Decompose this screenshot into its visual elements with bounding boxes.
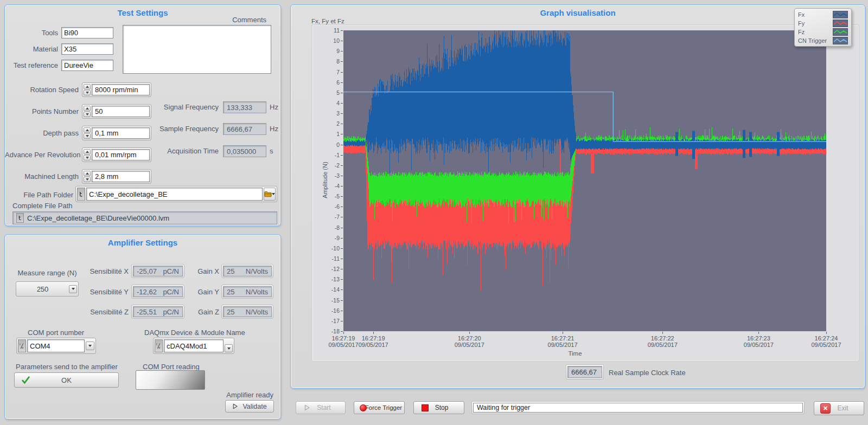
legend-row[interactable]: Fx	[798, 11, 848, 18]
exit-button[interactable]: ✕ Exit	[814, 401, 864, 415]
y-tick-mark	[341, 269, 343, 269]
y-tick-mark	[341, 311, 343, 311]
legend-swatch[interactable]	[833, 11, 848, 18]
x-tick-label: 16:27:2009/05/2017	[445, 335, 494, 348]
test-reference-input[interactable]	[61, 60, 113, 71]
sensibilite-y-unit: pC/N	[163, 288, 179, 296]
y-tick-mark	[341, 113, 343, 114]
advance-per-revolution-spinner	[84, 149, 91, 160]
legend-row[interactable]: CN Trigger	[798, 37, 848, 44]
amplifier-settings-title: Amplifier Settings	[5, 238, 280, 247]
complete-file-path-label: Complete File Path	[12, 202, 73, 210]
legend-row[interactable]: Fz	[798, 28, 848, 35]
test-reference-label: Test reference	[5, 61, 58, 69]
y-tick-label: 7	[319, 69, 340, 75]
rotation-speed-control	[82, 82, 151, 97]
gain-y-unit: N/Volts	[246, 288, 268, 296]
x-tick-label: 16:27:2209/05/2017	[638, 335, 687, 348]
increment-icon[interactable]	[84, 84, 91, 89]
signal-frequency-label: Signal Frequency	[138, 103, 219, 111]
chevron-down-icon[interactable]	[86, 342, 94, 350]
force-trigger-button[interactable]: Force Trigger	[354, 401, 405, 414]
rotation-speed-label: Rotation Speed	[5, 86, 79, 94]
y-tick-mark	[341, 186, 343, 186]
increment-icon[interactable]	[84, 127, 91, 133]
decrement-icon[interactable]	[84, 90, 91, 95]
x-tick-label: 16:27:2109/05/2017	[538, 335, 587, 348]
y-tick-mark	[341, 331, 343, 332]
amplifier-settings-panel: Amplifier Settings Measure range (N) 250…	[4, 234, 281, 420]
status-frame: Waiting for trigger	[471, 401, 805, 414]
sample-frequency-value: 6666,67	[223, 123, 266, 135]
stop-square-icon	[422, 404, 429, 411]
gain-y-box: 25N/Volts	[221, 285, 273, 299]
sensibilite-z-box: -25,51pC/N	[131, 305, 184, 319]
increment-icon[interactable]	[84, 149, 91, 154]
com-port-combo[interactable]: Io	[16, 338, 96, 354]
acquisition-time-unit: s	[270, 147, 273, 155]
gain-y-value: 25	[227, 288, 234, 296]
increment-icon[interactable]	[84, 106, 91, 111]
measure-range-combo[interactable]: 250	[16, 281, 79, 297]
status-text: Waiting for trigger	[473, 403, 803, 413]
y-tick-label: -10	[319, 245, 340, 252]
legend-swatch[interactable]	[833, 20, 848, 27]
validate-button-label: Validate	[242, 403, 266, 410]
y-tick-mark	[341, 248, 343, 249]
decrement-icon[interactable]	[84, 177, 91, 182]
x-tick-label: 16:27:1909/05/2017	[349, 335, 398, 348]
start-button[interactable]: Start	[296, 401, 346, 414]
legend-row[interactable]: Fy	[798, 20, 848, 27]
sensibilite-z-value: -25,51	[137, 308, 157, 316]
y-tick-mark	[341, 238, 343, 239]
y-tick-label: -9	[319, 235, 340, 241]
sample-clock-label: Real Sample Clock Rate	[609, 369, 686, 377]
material-label: Material	[5, 45, 58, 53]
x-tick-mark	[662, 332, 663, 334]
legend-swatch[interactable]	[833, 37, 848, 44]
y-tick-label: 0	[319, 141, 340, 148]
increment-icon[interactable]	[84, 171, 91, 176]
validate-button[interactable]: Validate	[225, 400, 274, 413]
machined-length-input[interactable]	[92, 171, 150, 182]
svg-text:I: I	[156, 343, 157, 346]
machined-length-spinner	[84, 171, 91, 182]
depth-pass-spinner	[84, 127, 91, 139]
params-sent-ok-button[interactable]: OK	[14, 372, 119, 388]
x-tick-mark	[343, 332, 344, 334]
chevron-down-icon[interactable]	[225, 344, 233, 352]
stop-button[interactable]: Stop	[413, 401, 464, 414]
y-tick-mark	[341, 145, 343, 145]
daqmx-input[interactable]	[164, 339, 224, 352]
y-axis-label: Amplitude (N)	[322, 150, 328, 210]
gain-x-label: Gain X	[178, 267, 219, 275]
y-tick-label: 8	[319, 58, 340, 65]
file-path-folder-label: File Path Folder	[5, 191, 73, 199]
file-path-folder-input[interactable]	[86, 188, 263, 201]
y-tick-mark	[341, 165, 343, 166]
y-tick-mark	[341, 196, 343, 197]
decrement-icon[interactable]	[84, 155, 91, 160]
rotation-speed-input[interactable]	[92, 84, 150, 95]
decrement-icon[interactable]	[84, 133, 91, 139]
y-tick-label: -1	[319, 152, 340, 158]
gain-z-value: 25	[227, 308, 234, 316]
sample-clock-value: 6666,67	[567, 366, 602, 378]
file-path-folder-control	[75, 186, 277, 202]
decrement-icon[interactable]	[84, 112, 91, 117]
y-tick-label: -13	[319, 276, 340, 282]
tools-input[interactable]	[61, 27, 113, 38]
y-tick-label: -14	[319, 286, 340, 293]
legend: FxFyFzCN Trigger	[794, 8, 852, 47]
sensibilite-x-label: Sensibilité X	[70, 267, 129, 275]
y-tick-mark	[341, 289, 343, 290]
close-icon: ✕	[820, 403, 831, 414]
gain-z-label: Gain Z	[178, 308, 219, 316]
material-input[interactable]	[61, 43, 113, 55]
browse-folder-icon[interactable]	[264, 188, 276, 201]
com-port-input[interactable]	[27, 339, 85, 352]
plot-label: Fx, Fy et Fz	[311, 18, 344, 24]
legend-swatch[interactable]	[833, 28, 848, 36]
daqmx-combo[interactable]: Io	[153, 338, 234, 354]
comments-input[interactable]	[123, 25, 271, 74]
